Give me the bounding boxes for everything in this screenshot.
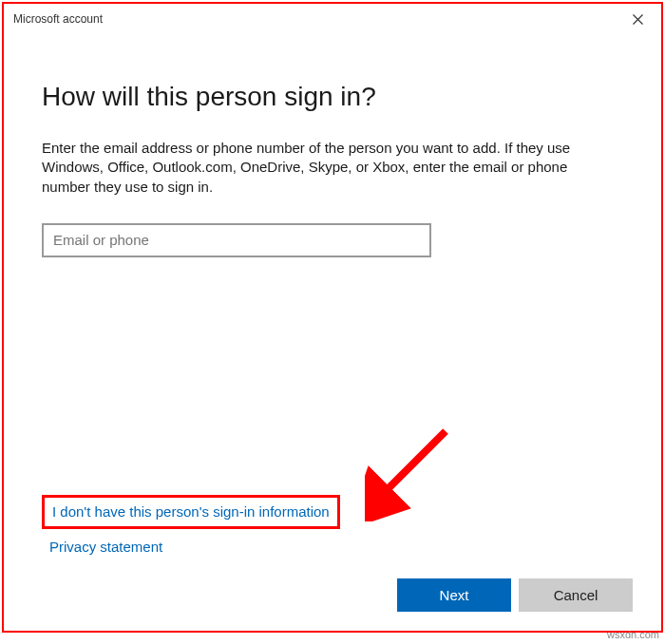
no-signin-info-link[interactable]: I don't have this person's sign-in infor… [52, 503, 330, 520]
highlight-box: I don't have this person's sign-in infor… [42, 495, 340, 529]
arrow-annotation-icon [365, 426, 460, 521]
close-icon[interactable] [623, 5, 652, 33]
next-button[interactable]: Next [397, 578, 511, 612]
titlebar: Microsoft account [4, 4, 661, 34]
email-phone-input[interactable] [42, 223, 431, 257]
window-title: Microsoft account [13, 12, 623, 26]
svg-line-1 [379, 431, 446, 498]
dialog-window: Microsoft account How will this person s… [2, 2, 663, 633]
cancel-button[interactable]: Cancel [519, 578, 633, 612]
button-bar: Next Cancel [397, 578, 633, 612]
links-area: I don't have this person's sign-in infor… [42, 495, 340, 555]
privacy-statement-link[interactable]: Privacy statement [42, 539, 340, 555]
content-area: How will this person sign in? Enter the … [4, 34, 661, 257]
page-heading: How will this person sign in? [42, 82, 623, 112]
watermark-text: wsxdn.com [607, 629, 659, 640]
instructions-text: Enter the email address or phone number … [42, 139, 593, 197]
